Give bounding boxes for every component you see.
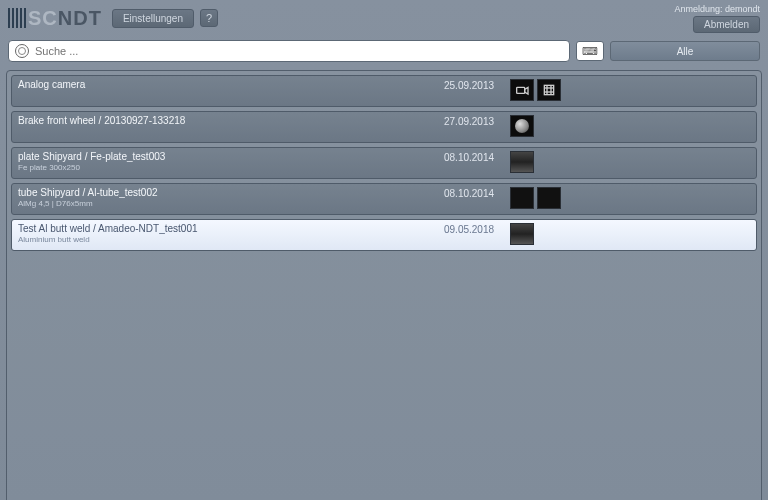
row-date: 08.10.2014 [444, 151, 504, 163]
results-panel: Analog camera25.09.2013Brake front wheel… [6, 70, 762, 500]
search-box[interactable] [8, 40, 570, 62]
thumbnail-gradient-icon [510, 223, 534, 245]
row-date: 09.05.2018 [444, 223, 504, 235]
svg-rect-1 [544, 85, 553, 94]
user-block: Anmeldung: demondt Abmelden [674, 4, 760, 33]
row-title: Brake front wheel / 20130927-133218 [18, 115, 438, 126]
app-header: SCNDT Einstellungen ? Anmeldung: demondt… [0, 0, 768, 36]
row-thumbnails [510, 151, 534, 173]
row-title: plate Shipyard / Fe-plate_test003 [18, 151, 438, 162]
logo-sc: SC [28, 7, 58, 29]
row-date: 25.09.2013 [444, 79, 504, 91]
thumbnail-bars-icon [510, 187, 534, 209]
result-row[interactable]: tube Shipyard / Al-tube_test002AlMg 4,5 … [11, 183, 757, 215]
logo-text: SCNDT [28, 7, 102, 30]
row-subtitle: Fe plate 300x250 [18, 163, 438, 172]
logo-ndt: NDT [58, 7, 102, 29]
logo-icon [8, 8, 26, 28]
result-row[interactable]: plate Shipyard / Fe-plate_test003Fe plat… [11, 147, 757, 179]
logout-button[interactable]: Abmelden [693, 16, 760, 33]
keyboard-button[interactable]: ⌨ [576, 41, 604, 61]
login-label: Anmeldung: demondt [674, 4, 760, 14]
result-row[interactable]: Analog camera25.09.2013 [11, 75, 757, 107]
search-icon [15, 44, 29, 58]
svg-rect-0 [517, 87, 525, 93]
results-list: Analog camera25.09.2013Brake front wheel… [11, 75, 757, 251]
thumbnail-gradient-icon [510, 151, 534, 173]
settings-button[interactable]: Einstellungen [112, 9, 194, 28]
row-thumbnails [510, 79, 561, 101]
row-subtitle: AlMg 4,5 | D76x5mm [18, 199, 438, 208]
thumbnail-film-icon [537, 79, 561, 101]
thumbnail-camera-icon [510, 79, 534, 101]
thumbnail-disc-icon [510, 115, 534, 137]
thumbnail-bars-icon [537, 187, 561, 209]
row-date: 27.09.2013 [444, 115, 504, 127]
row-thumbnails [510, 187, 561, 209]
filter-all-button[interactable]: Alle [610, 41, 760, 61]
row-title: tube Shipyard / Al-tube_test002 [18, 187, 438, 198]
row-title: Analog camera [18, 79, 438, 90]
row-thumbnails [510, 115, 534, 137]
row-thumbnails [510, 223, 534, 245]
logo: SCNDT [8, 7, 102, 30]
result-row[interactable]: Test Al butt weld / Amadeo-NDT_test001Al… [11, 219, 757, 251]
row-date: 08.10.2014 [444, 187, 504, 199]
search-input[interactable] [35, 45, 563, 57]
help-button[interactable]: ? [200, 9, 218, 27]
row-title: Test Al butt weld / Amadeo-NDT_test001 [18, 223, 438, 234]
result-row[interactable]: Brake front wheel / 20130927-13321827.09… [11, 111, 757, 143]
row-subtitle: Aluminium butt weld [18, 235, 438, 244]
search-bar: ⌨ Alle [0, 36, 768, 66]
